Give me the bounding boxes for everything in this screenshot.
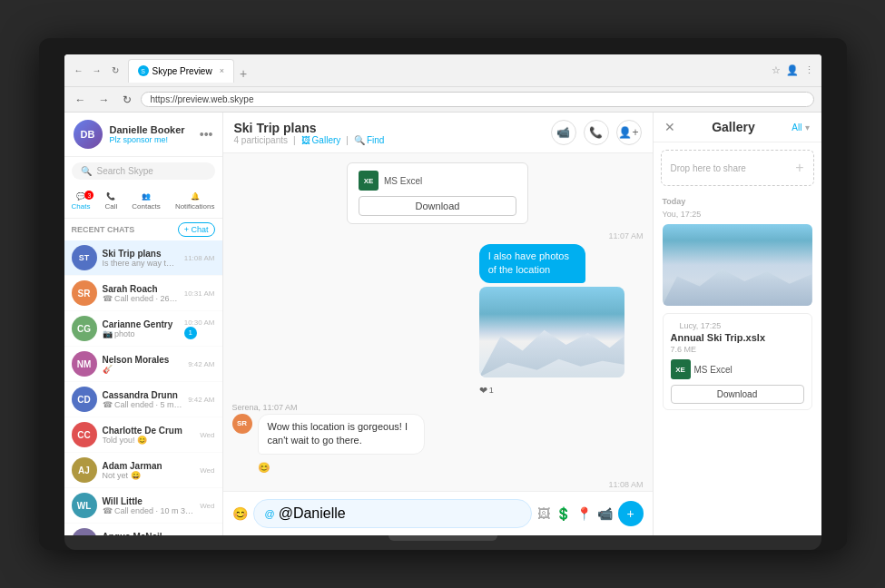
list-item[interactable]: AM Angus McNeil You need a day off! Wed — [64, 524, 222, 535]
message-emoji: 😊 — [258, 462, 270, 473]
voice-call-button[interactable]: 📞 — [584, 120, 609, 145]
sender-avatar: SR — [232, 414, 252, 434]
user-header: DB Danielle Booker Plz sponsor me! ••• — [64, 113, 222, 157]
chat-preview: ☎ Call ended · 5 m 47 s — [103, 400, 183, 409]
mention-at: @ — [265, 508, 275, 519]
list-item[interactable]: AJ Adam Jarman Not yet 😄 Wed — [64, 453, 222, 488]
file-icon-row: XE MS Excel — [359, 171, 516, 191]
back-button[interactable]: ← — [72, 64, 86, 78]
recent-chats-label: RECENT CHATS — [72, 225, 135, 234]
divider2: | — [346, 135, 349, 145]
nav-notifications-button[interactable]: 🔔 Notifications — [168, 189, 222, 214]
nav-contacts-button[interactable]: 👥 Contacts — [124, 189, 168, 214]
contacts-icon: 👥 — [142, 192, 151, 201]
search-box[interactable]: 🔍 Search Skype — [72, 162, 215, 180]
video-call-button[interactable]: 📹 — [551, 120, 576, 145]
video-message-button[interactable]: 📹 — [597, 506, 613, 521]
location-button[interactable]: 📍 — [576, 506, 592, 521]
gallery-close-button[interactable]: ✕ — [664, 120, 675, 134]
message-row-sent: I also have photos of the location ❤ 1 — [479, 244, 644, 397]
list-item[interactable]: ST Ski Trip plans Is there any way to pi… — [64, 240, 222, 276]
chat-name: Nelson Morales — [103, 355, 183, 365]
address-bar-row: ← → ↻ https://preview.web.skype — [64, 87, 821, 113]
gallery-link[interactable]: 🖼 Gallery — [301, 135, 341, 145]
recent-chats-header: RECENT CHATS + Chat — [64, 219, 222, 240]
emoji-button[interactable]: 😊 — [232, 506, 248, 521]
chat-content: Cassandra Drunn ☎ Call ended · 5 m 47 s — [103, 390, 183, 409]
gallery-section-today: Today — [654, 193, 821, 208]
add-participant-button[interactable]: 👤+ — [616, 120, 642, 145]
gallery-download-button[interactable]: Download — [671, 385, 804, 404]
user-avatar: DB — [74, 120, 103, 149]
address-bar[interactable]: https://preview.web.skype — [141, 92, 814, 107]
gallery-image-preview[interactable] — [663, 224, 812, 306]
chat-content: Ski Trip plans Is there any way to pin t… — [103, 249, 179, 268]
drop-zone[interactable]: Drop here to share + — [661, 150, 814, 186]
money-button[interactable]: 💲 — [556, 506, 571, 521]
new-tab-button[interactable]: + — [234, 64, 252, 83]
reaction-emoji: ❤ — [479, 385, 487, 397]
file-name: MS Excel — [384, 176, 422, 186]
list-item[interactable]: WL Will Little ☎ Call ended · 10 m 32 s … — [64, 488, 222, 524]
search-placeholder: Search Skype — [97, 166, 153, 176]
browser-menu-icon[interactable]: ⋮ — [804, 64, 814, 76]
forward-button[interactable]: → — [90, 64, 104, 78]
nav-refresh-button[interactable]: ↻ — [119, 92, 135, 108]
nav-call-button[interactable]: 📞 Call — [97, 189, 124, 214]
refresh-button[interactable]: ↻ — [108, 64, 123, 78]
list-item[interactable]: CC Charlotte De Crum Told you! 😊 Wed — [64, 417, 222, 453]
chat-header-info: Ski Trip plans 4 participants | 🖼 Galler… — [234, 121, 385, 145]
chat-content: Will Little ☎ Call ended · 10 m 32 s — [103, 496, 195, 515]
user-info: Danielle Booker Plz sponsor me! — [110, 124, 192, 144]
user-account-icon[interactable]: 👤 — [786, 64, 799, 76]
gallery-title: Gallery — [712, 120, 754, 134]
chat-name: Will Little — [103, 496, 195, 506]
list-item[interactable]: CD Cassandra Drunn ☎ Call ended · 5 m 47… — [64, 382, 222, 417]
chat-content: Carianne Gentry 📷 photo — [103, 319, 179, 338]
notifications-icon: 🔔 — [191, 192, 200, 201]
list-item[interactable]: SR Sarah Roach ☎ Call ended · 26 m 23 s … — [64, 276, 222, 311]
nav-back-button[interactable]: ← — [72, 92, 90, 108]
chat-time: 9:42 AM — [188, 396, 214, 404]
sent-message-content: I also have photos of the location ❤ 1 — [479, 244, 644, 397]
tab-close-icon[interactable]: × — [220, 66, 224, 75]
gallery-file-size: 7.6 ME — [671, 345, 804, 354]
nav-chats-button[interactable]: 💬 Chats 3 — [64, 189, 98, 214]
avatar: AM — [72, 528, 97, 535]
avatar: NM — [72, 351, 97, 377]
chat-name: Cassandra Drunn — [103, 390, 183, 400]
skype-favicon: S — [138, 65, 149, 76]
sent-message-block: 11:07 AM I also have photos of the locat… — [232, 231, 644, 403]
chat-subtitle: 4 participants | 🖼 Gallery | 🔍 Find — [234, 135, 385, 145]
user-more-button[interactable]: ••• — [200, 127, 213, 142]
gallery-file-row: XE MS Excel — [671, 359, 804, 379]
avatar: SR — [72, 280, 97, 306]
browser-tab[interactable]: S Skype Preview × — [128, 59, 234, 83]
new-chat-button[interactable]: + Chat — [178, 222, 215, 237]
chat-time: 10:31 AM — [184, 289, 215, 298]
nav-forward-button[interactable]: → — [95, 92, 113, 108]
list-item[interactable]: NM Nelson Morales 🎸 9:42 AM — [64, 347, 222, 382]
gallery-all-button[interactable]: All — [792, 122, 801, 132]
avatar: CC — [72, 422, 97, 447]
gallery-file-entry: Lucy, 17:25 Annual Ski Trip.xslx 7.6 ME … — [663, 313, 812, 410]
chats-badge: 3 — [84, 191, 93, 200]
message-bubble-received: Wow this location is gorgeous! I can't w… — [258, 414, 425, 455]
received-message-content: Wow this location is gorgeous! I can't w… — [258, 414, 516, 475]
chat-time: Wed — [200, 431, 214, 439]
image-upload-button[interactable]: 🖼 — [537, 506, 550, 521]
list-item[interactable]: CG Carianne Gentry 📷 photo 10:30 AM 1 — [64, 311, 222, 347]
chat-preview: ☎ Call ended · 10 m 32 s — [103, 506, 195, 515]
unread-badge: 1 — [184, 327, 197, 339]
user-name: Danielle Booker — [110, 124, 192, 135]
find-link[interactable]: 🔍 Find — [354, 135, 384, 145]
gallery-file-sender: Lucy, 17:25 — [671, 319, 804, 332]
avatar: CD — [72, 387, 97, 412]
gallery-excel-icon: XE — [671, 359, 691, 379]
star-icon[interactable]: ☆ — [772, 64, 781, 76]
message-input[interactable]: @ @Danielle — [253, 499, 532, 528]
chat-time: 9:42 AM — [188, 360, 214, 368]
typing-input-area: 😊 @ @Danielle 🖼 💲 📍 📹 + — [223, 491, 653, 535]
download-button[interactable]: Download — [359, 196, 516, 216]
send-button[interactable]: + — [618, 501, 644, 526]
